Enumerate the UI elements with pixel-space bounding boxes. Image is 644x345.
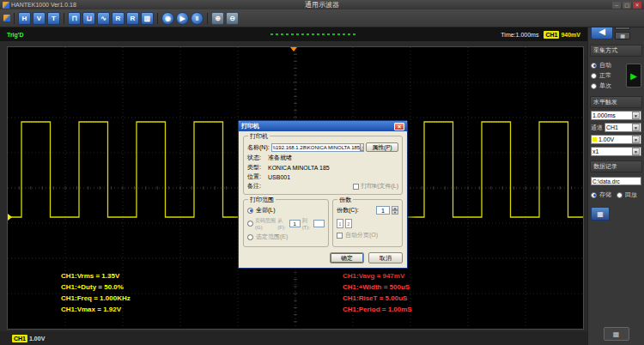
trigger-position-marker[interactable]	[290, 47, 297, 51]
radio-icon	[591, 73, 597, 79]
print-to-file-checkbox[interactable]: 打印到文件(L)	[353, 182, 398, 191]
spin-down-icon[interactable]: ▼	[392, 210, 398, 215]
page-icon: 2	[345, 219, 352, 228]
ref-wave-button[interactable]: R	[112, 12, 125, 25]
copies-input[interactable]: 1	[376, 206, 390, 215]
printer-name-label: 名称(N):	[247, 143, 270, 152]
acq-single-label: 单次	[599, 82, 611, 90]
measurement-line: CH1:Vavg = 947mV	[343, 270, 412, 281]
measurement-line: CH1:Period = 1.00mS	[343, 304, 412, 315]
checkbox-icon	[337, 233, 343, 239]
printer-name-select[interactable]: \\192.168.1.28\KONICA MINOLTA 185 ▼	[271, 143, 364, 152]
record-button[interactable]: ◉	[161, 12, 174, 25]
range-all-radio[interactable]: 全部(L)	[247, 206, 325, 215]
to-page-input[interactable]	[313, 220, 325, 227]
page-icon: 1	[337, 219, 343, 228]
pause-button[interactable]: ‖	[191, 12, 204, 25]
panel-grid-icon[interactable]: ▦	[615, 32, 630, 39]
close-icon[interactable]: ✕	[633, 2, 641, 9]
ok-button[interactable]: 确定	[330, 252, 364, 263]
zoom-in-icon[interactable]: ⊕	[211, 12, 224, 25]
run-stop-icon[interactable]: ▶	[626, 64, 641, 88]
record-play-radio[interactable]: 回放	[617, 191, 637, 199]
volts-div-select[interactable]: 1.00V ▼	[591, 135, 641, 144]
dialog-titlebar[interactable]: 打印机 ×	[239, 121, 407, 131]
collate-label: 自动分页(O)	[345, 231, 378, 239]
from-page-input[interactable]	[289, 220, 301, 227]
record-settings-icon[interactable]: ▦	[591, 207, 610, 221]
maximize-icon[interactable]: ▢	[623, 2, 631, 9]
cancel-button[interactable]: 取消	[368, 252, 403, 263]
printer-location-label: 位置:	[247, 172, 268, 181]
ch1-badge-bottom[interactable]: CH1	[12, 335, 27, 342]
print-dialog: 打印机 × 打印机 名称(N): \\192.168.1.28\KONICA M…	[238, 120, 408, 269]
checkbox-icon	[353, 184, 359, 190]
radio-selected-icon	[247, 208, 253, 214]
measurement-line: CH1:+Width = 500uS	[343, 281, 412, 293]
printer-group-label: 打印机	[248, 133, 270, 139]
copies-stepper[interactable]: ▲ ▼	[392, 206, 398, 215]
ref-wave2-button[interactable]: R	[126, 12, 139, 25]
sine-wave-button[interactable]: ∿	[97, 12, 110, 25]
display-grid-icon[interactable]: ▦	[604, 327, 629, 341]
collate-preview-icon: 1 2	[337, 217, 398, 228]
record-play-label: 回放	[625, 191, 637, 199]
ch1-level-marker[interactable]	[8, 214, 12, 221]
volts-div-value: 1.00V	[598, 136, 632, 142]
printer-properties-button[interactable]: 属性(P)	[366, 142, 398, 152]
record-save-label: 存储	[599, 191, 611, 199]
timebase-select[interactable]: 1.000ms ▼	[591, 111, 641, 120]
range-selection-label: 选定范围(E)	[256, 233, 288, 241]
dialog-title: 打印机	[241, 122, 259, 130]
measurement-line: CH1:Vmax = 1.92V	[61, 304, 131, 315]
toolbar: H V T ⊓ ⊔ ∿ R R ▥ ◉ ▶ ‖ ⊕ ⊖	[0, 9, 644, 27]
probe-select[interactable]: x1 ▼	[591, 147, 641, 156]
chevron-down-icon: ▼	[632, 136, 640, 143]
printer-type-value: KONICA MINOLTA 185	[268, 165, 330, 171]
toolbar-separator	[64, 13, 64, 24]
timebase-readout: Time:1.000ms	[501, 32, 538, 38]
chevron-down-icon: ▼	[632, 112, 640, 119]
range-selection-radio[interactable]: 选定范围(E)	[247, 233, 325, 241]
radio-selected-icon	[591, 192, 597, 198]
radio-icon	[591, 83, 597, 89]
printer-group: 打印机 名称(N): \\192.168.1.28\KONICA MINOLTA…	[243, 136, 403, 195]
printer-location-value: USB001	[268, 174, 290, 180]
trigger-status: Trig'D	[7, 32, 24, 38]
acq-single-radio[interactable]: 单次	[591, 82, 623, 90]
print-to-file-label: 打印到文件(L)	[361, 182, 398, 191]
acq-normal-radio[interactable]: 正常	[591, 71, 623, 80]
square-wave2-button[interactable]: ⊔	[82, 12, 95, 25]
acq-auto-radio[interactable]: 自动	[591, 61, 623, 70]
trigger-menu-button[interactable]: T	[47, 12, 60, 25]
toolbar-logo-icon	[3, 15, 10, 21]
printer-type-label: 类型:	[247, 163, 268, 172]
measurements-right: CH1:Vavg = 947mV CH1:+Width = 500uS CH1:…	[343, 270, 412, 315]
bottom-bar: CH1 1.00V	[0, 331, 587, 345]
toolbar-separator	[157, 13, 158, 24]
zoom-out-icon[interactable]: ⊖	[226, 12, 239, 25]
record-save-radio[interactable]: 存储	[591, 191, 611, 199]
waveform-preview-strip[interactable]	[270, 33, 356, 35]
ch1-badge: CH1	[544, 31, 559, 39]
channel-label: 通道	[591, 124, 603, 132]
run-button[interactable]: ▶	[176, 12, 189, 25]
oscilloscope-app: HANTEK1000 Ver1.0.18 通用示波器 – ▢ ✕ H V T ⊓…	[0, 0, 644, 345]
square-wave-button[interactable]: ⊓	[68, 12, 81, 25]
status-bar: Trig'D Time:1.000ms CH1 940mV	[0, 27, 587, 41]
record-path-input[interactable]	[591, 177, 641, 185]
minimize-icon[interactable]: –	[612, 2, 621, 9]
measurements-left: CH1:Vrms = 1.35V CH1:+Duty = 50.0% CH1:F…	[61, 270, 131, 315]
chevron-down-icon: ▼	[632, 124, 640, 131]
horizontal-menu-button[interactable]: H	[18, 12, 31, 25]
printer-status-value: 准备就绪	[268, 154, 292, 162]
channel-select[interactable]: CH1 ▼	[605, 123, 641, 132]
dialog-close-icon[interactable]: ×	[394, 123, 404, 130]
acquisition-section-header: 采集方式	[590, 45, 642, 57]
print-range-group: 打印范围 全部(L) 页码范围(G) 从(F): 到(T):	[243, 199, 329, 247]
copies-count-label: 份数(C):	[337, 206, 359, 215]
range-pages-radio[interactable]: 页码范围(G) 从(F): 到(T):	[247, 217, 325, 230]
vertical-menu-button[interactable]: V	[33, 12, 46, 25]
collate-checkbox[interactable]: 自动分页(O)	[337, 231, 398, 239]
measure-grid-button[interactable]: ▥	[141, 12, 154, 25]
